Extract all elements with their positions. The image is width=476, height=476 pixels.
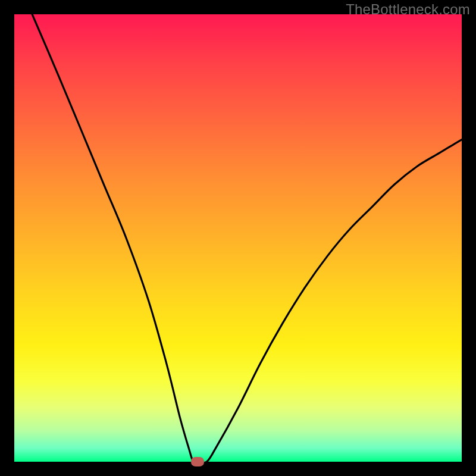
bottleneck-curve	[32, 14, 462, 462]
chart-frame: TheBottleneck.com	[0, 0, 476, 476]
plot-area	[14, 14, 462, 462]
optimal-point-marker	[191, 457, 204, 466]
curve-svg	[14, 14, 462, 462]
